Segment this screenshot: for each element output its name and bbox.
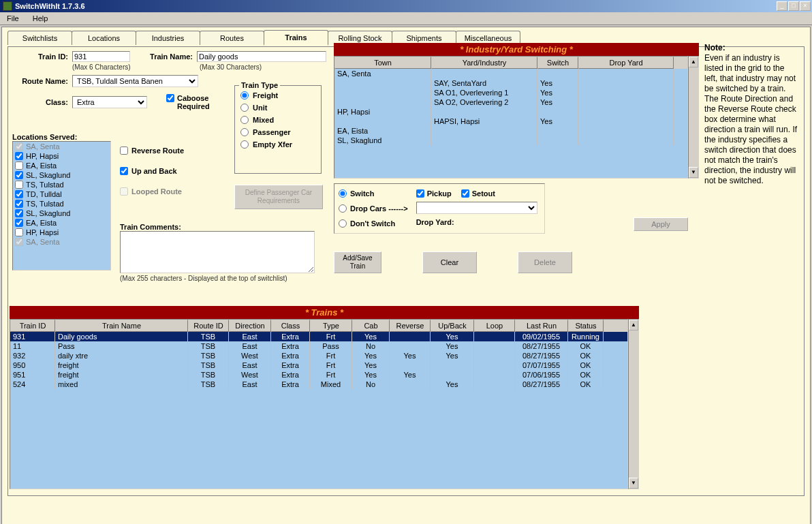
col-yard[interactable]: Yard/Industry <box>431 57 537 69</box>
col-drop[interactable]: Drop Yard <box>578 57 674 69</box>
route-name-select[interactable]: TSB, Tuldall Senta Banen <box>72 75 198 87</box>
location-item[interactable]: HP, Hapsi <box>13 228 110 237</box>
train-type-legend: Train Type <box>239 81 280 89</box>
switching-grid-scrollbar[interactable]: ▲ ▼ <box>688 56 699 179</box>
define-passenger-button: Define Passenger Car Requirements <box>234 185 323 209</box>
train-type-freight[interactable] <box>240 91 249 99</box>
setout-checkbox[interactable] <box>461 189 469 198</box>
location-item[interactable]: EA, Eista <box>13 218 110 228</box>
location-checkbox[interactable] <box>15 190 23 198</box>
location-checkbox[interactable] <box>15 200 23 208</box>
drop-cars-select[interactable] <box>416 202 537 214</box>
train-type-empty[interactable] <box>240 140 249 149</box>
train-row[interactable]: 950freightTSBEastExtraFrtYes07/07/1955OK <box>10 360 627 370</box>
tcol-cab[interactable]: Cab <box>352 320 390 332</box>
dont-switch-radio[interactable] <box>339 219 347 228</box>
class-label: Class: <box>12 98 68 106</box>
train-comments-textarea[interactable] <box>120 231 315 273</box>
tcol-loop[interactable]: Loop <box>474 320 515 332</box>
location-checkbox[interactable] <box>15 209 23 217</box>
drop-cars-radio[interactable] <box>339 204 347 213</box>
switching-row[interactable]: SAY, SentaYardYes <box>334 78 687 88</box>
train-id-label: Train ID: <box>12 52 68 61</box>
col-town[interactable]: Town <box>334 57 431 69</box>
location-item[interactable]: TS, Tulstad <box>13 180 110 189</box>
close-button[interactable]: × <box>800 1 811 11</box>
caboose-checkbox[interactable] <box>166 94 174 102</box>
tcol-route[interactable]: Route ID <box>188 320 229 332</box>
clear-button[interactable]: Clear <box>422 251 477 273</box>
location-item[interactable]: EA, Eista <box>13 161 110 170</box>
scroll-down-icon[interactable]: ▼ <box>689 167 698 178</box>
location-item[interactable]: SL, Skaglund <box>13 170 110 180</box>
tcol-dir[interactable]: Direction <box>229 320 271 332</box>
train-row[interactable]: 931Daily goodsTSBEastExtraFrtYesYes09/02… <box>10 332 627 341</box>
location-item[interactable]: HP, Hapsi <box>13 151 110 161</box>
tcol-status[interactable]: Status <box>568 320 604 332</box>
menu-file[interactable]: File <box>4 14 22 23</box>
tab-trains[interactable]: Trains <box>264 30 328 46</box>
location-checkbox[interactable] <box>15 219 23 227</box>
switching-row[interactable]: SA O1, Overlevering 1Yes <box>334 88 687 97</box>
location-item[interactable]: SA, Senta <box>13 142 110 151</box>
location-item[interactable]: SA, Senta <box>13 237 110 247</box>
tab-routes[interactable]: Routes <box>200 31 264 45</box>
train-row[interactable]: 951freightTSBWestExtraFrtYesYes07/06/195… <box>10 370 627 380</box>
trains-grid-body[interactable]: 931Daily goodsTSBEastExtraFrtYesYes09/02… <box>10 332 627 489</box>
train-type-mixed[interactable] <box>240 116 249 124</box>
train-name-hint: (Max 30 Characters) <box>200 63 262 71</box>
tab-switchlists[interactable]: Switchlists <box>7 31 72 45</box>
train-row[interactable]: 932daily xtreTSBWestExtraFrtYesYesYes08/… <box>10 351 627 360</box>
menu-help[interactable]: Help <box>30 14 51 23</box>
train-type-passenger[interactable] <box>240 128 249 136</box>
locations-listbox[interactable]: SA, SentaHP, HapsiEA, EistaSL, SkaglundT… <box>12 141 111 271</box>
train-row[interactable]: 11PassTSBEastExtraPassNoYes08/27/1955OK <box>10 341 627 351</box>
train-row[interactable]: 524mixedTSBEastExtraMixedNoYes08/27/1955… <box>10 380 627 389</box>
switching-row[interactable]: EA, Eista <box>334 126 687 136</box>
location-checkbox[interactable] <box>15 152 23 160</box>
scroll-down-icon[interactable]: ▼ <box>629 478 638 489</box>
switching-row[interactable]: SA, Senta <box>334 69 687 78</box>
location-item[interactable]: TS, Tulstad <box>13 199 110 209</box>
trains-grid-scrollbar[interactable]: ▲ ▼ <box>628 319 639 489</box>
train-id-input[interactable] <box>72 51 130 62</box>
pickup-checkbox[interactable] <box>416 189 424 198</box>
tcol-class[interactable]: Class <box>271 320 310 332</box>
location-checkbox[interactable] <box>15 181 23 189</box>
location-checkbox[interactable] <box>15 228 23 236</box>
scroll-up-icon[interactable]: ▲ <box>689 57 698 67</box>
reverse-route-checkbox[interactable] <box>120 147 128 155</box>
train-name-label: Train Name: <box>138 52 193 61</box>
tcol-name[interactable]: Train Name <box>55 320 188 332</box>
switching-row[interactable]: HAPSI, HapsiYes <box>334 117 687 126</box>
tab-industries[interactable]: Industries <box>136 31 200 45</box>
location-checkbox[interactable] <box>15 171 23 179</box>
title-bar: SwitchWithIt 1.7.3.6 _ □ × <box>0 0 812 12</box>
train-type-unit[interactable] <box>240 104 249 112</box>
location-item[interactable]: SL, Skaglund <box>13 209 110 218</box>
tab-locations[interactable]: Locations <box>72 31 136 45</box>
app-icon <box>3 1 12 11</box>
switching-row[interactable]: SA O2, Overlevering 2Yes <box>334 97 687 107</box>
scroll-up-icon[interactable]: ▲ <box>629 320 638 330</box>
menu-bar: File Help <box>0 12 812 25</box>
switching-grid-body[interactable]: SA, SentaSAY, SentaYardYesSA O1, Overlev… <box>334 69 687 178</box>
class-select[interactable]: Extra <box>72 96 147 108</box>
tcol-id[interactable]: Train ID <box>10 320 55 332</box>
note-body: Even if an industry is listed in the gri… <box>704 53 798 186</box>
col-switch[interactable]: Switch <box>537 57 578 69</box>
maximize-button[interactable]: □ <box>788 1 799 11</box>
minimize-button[interactable]: _ <box>777 1 787 11</box>
add-save-button[interactable]: Add/Save Train <box>334 251 381 273</box>
tcol-rev[interactable]: Reverse <box>390 320 431 332</box>
tcol-type[interactable]: Type <box>310 320 352 332</box>
switching-row[interactable]: HP, Hapsi <box>334 107 687 117</box>
tcol-last[interactable]: Last Run <box>515 320 568 332</box>
location-checkbox[interactable] <box>15 161 23 170</box>
location-item[interactable]: TD, Tulldal <box>13 189 110 199</box>
tcol-ub[interactable]: Up/Back <box>431 320 474 332</box>
switching-row[interactable]: SL, Skaglund <box>334 136 687 145</box>
up-and-back-checkbox[interactable] <box>120 167 128 175</box>
train-name-input[interactable] <box>197 51 326 62</box>
switch-radio[interactable] <box>339 189 347 198</box>
